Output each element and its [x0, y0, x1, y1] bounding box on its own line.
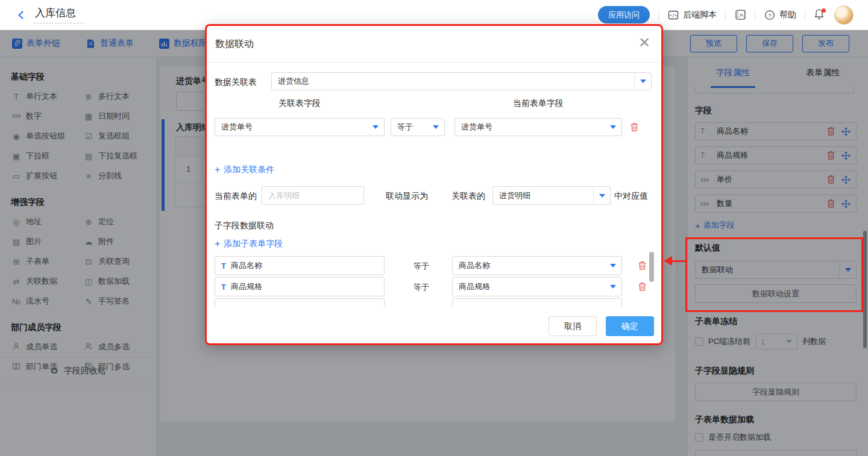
add-subfield-label: 添加子表单字段 [224, 239, 283, 249]
add-subfield-link[interactable]: + 添加子表单字段 [215, 239, 283, 249]
plus-icon: + [215, 164, 220, 175]
related-table-label: 关联表的 [451, 191, 485, 202]
delete-subfield-trash-icon[interactable] [637, 281, 647, 292]
modal-title: 数据联动 [215, 38, 254, 51]
condition-left-value: 进货单号 [221, 122, 253, 133]
delete-subfield-trash-icon[interactable] [637, 260, 647, 271]
notification-bell-icon[interactable] [814, 8, 826, 22]
subfield-mapping-row: T商品规格等于商品规格 [215, 277, 653, 296]
chevron-down-icon [373, 125, 379, 129]
subfield-source-label: 商品规格 [231, 281, 262, 292]
related-subform-value: 进货明细 [499, 190, 530, 201]
condition-operator-value: 等于 [397, 122, 413, 133]
condition-right-value: 进货单号 [461, 122, 492, 133]
target-subform-input[interactable] [262, 186, 364, 205]
add-condition-label: 添加关联条件 [224, 164, 274, 175]
code-icon: </> [667, 9, 679, 21]
condition-left-select[interactable]: 进货单号 [215, 118, 385, 136]
link-table-label: 数据关联表 [215, 77, 257, 88]
modal-scrollbar-thumb[interactable] [649, 252, 654, 282]
help-button[interactable]: ? 帮助 [764, 9, 796, 21]
help-label: 帮助 [779, 10, 796, 20]
display-middle-label: 联动显示为 [386, 191, 428, 202]
back-icon[interactable] [14, 8, 28, 22]
confirm-button[interactable]: 确定 [606, 316, 654, 336]
form-designer-screen: 入库信息 应用访问 </> 后端脚本 A ? 帮助 [0, 0, 868, 456]
link-table-value: 进货信息 [278, 76, 309, 87]
data-linkage-modal: 数据联动 ✕ 数据关联表 进货信息 关联表字段 当前表单字段 进货单号 等于 进… [205, 24, 663, 345]
subfield-row-partial [215, 298, 653, 307]
truncated-box [452, 298, 622, 307]
chevron-down-icon [433, 125, 439, 129]
text-field-icon: T [221, 283, 226, 292]
page-title: 入库信息 [34, 6, 84, 23]
subfield-target-select[interactable]: 商品规格 [452, 277, 622, 296]
subfield-source-box[interactable]: T商品规格 [215, 277, 385, 296]
subfield-target-value: 商品名称 [459, 260, 490, 271]
subfield-mapping-list: T商品名称等于商品名称T商品规格等于商品规格 [215, 256, 653, 307]
chevron-down-icon [634, 73, 651, 90]
topbar-right-cluster: 应用访问 </> 后端脚本 A ? 帮助 [598, 5, 868, 25]
truncated-box [215, 298, 385, 307]
subfield-mapping-row: T商品名称等于商品名称 [215, 256, 653, 275]
left-column-header: 关联表字段 [215, 98, 385, 109]
svg-text:?: ? [768, 11, 771, 18]
separator [658, 10, 659, 20]
subfield-target-value: 商品规格 [459, 281, 490, 292]
app-access-button[interactable]: 应用访问 [598, 6, 650, 23]
subfield-source-label: 商品名称 [231, 260, 262, 271]
separator [725, 10, 726, 20]
svg-text:</>: </> [670, 13, 678, 18]
subfield-operator-label: 等于 [414, 282, 429, 293]
svg-text:A: A [739, 11, 743, 18]
condition-operator-select[interactable]: 等于 [391, 118, 445, 136]
backend-script-label: 后端脚本 [683, 10, 717, 20]
right-column-header: 当前表单字段 [454, 98, 622, 109]
related-subform-select[interactable]: 进货明细 [492, 186, 611, 205]
text-field-icon: T [221, 261, 226, 270]
help-circle-icon: ? [764, 9, 776, 21]
subfield-operator-label: 等于 [414, 261, 429, 272]
delete-condition-trash-icon[interactable] [629, 122, 640, 133]
close-icon[interactable]: ✕ [638, 36, 650, 50]
display-suffix-label: 中对应值 [614, 191, 648, 202]
display-prefix-label: 当前表单的 [215, 191, 257, 202]
user-avatar[interactable] [834, 5, 854, 25]
glossary-icon[interactable]: A [734, 9, 746, 21]
condition-right-select[interactable]: 进货单号 [454, 118, 622, 136]
chevron-down-icon [593, 187, 610, 204]
chevron-down-icon [610, 285, 616, 289]
modal-header-divider [207, 62, 661, 63]
subfield-section-title: 子字段数据联动 [215, 220, 274, 231]
separator [805, 10, 805, 20]
separator [755, 10, 755, 20]
cancel-button[interactable]: 取消 [549, 316, 597, 336]
subfield-source-box[interactable]: T商品名称 [215, 256, 385, 275]
plus-icon: + [215, 239, 220, 249]
notification-dot [822, 8, 826, 13]
subfield-target-select[interactable]: 商品名称 [452, 256, 622, 275]
chevron-down-icon [610, 264, 616, 267]
chevron-down-icon [610, 125, 616, 129]
add-condition-link[interactable]: + 添加关联条件 [215, 164, 274, 175]
backend-script-button[interactable]: </> 后端脚本 [667, 9, 717, 21]
link-table-select[interactable]: 进货信息 [271, 72, 652, 90]
